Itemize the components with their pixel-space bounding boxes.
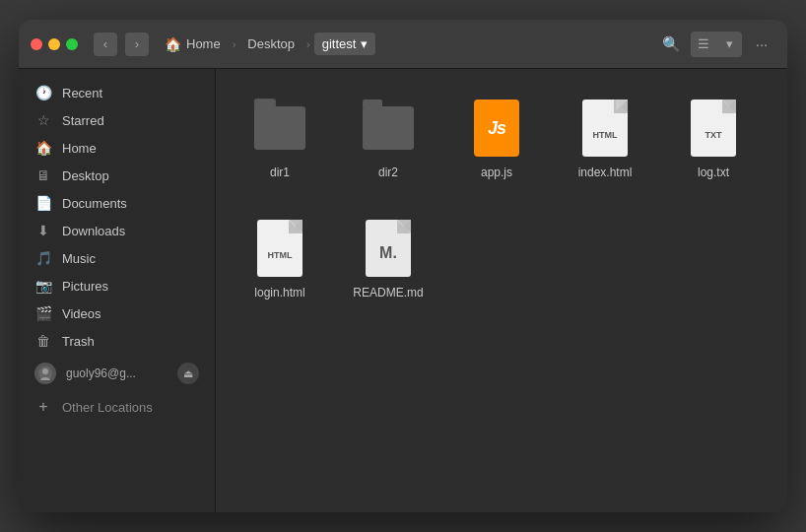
sidebar-label-music: Music (62, 251, 96, 266)
file-name: dir2 (378, 166, 398, 181)
list-view-button[interactable]: ☰ (691, 32, 716, 57)
home-sidebar-icon: 🏠 (34, 140, 52, 156)
txt-file-icon: TXT (686, 97, 741, 160)
file-name: log.txt (698, 166, 729, 181)
traffic-lights (31, 38, 78, 50)
toolbar-right: 🔍 ☰ ▾ ··· (657, 31, 775, 58)
file-ext-label: HTML (593, 130, 618, 140)
sidebar-label-documents: Documents (62, 196, 127, 211)
pictures-icon: 📷 (34, 278, 52, 294)
breadcrumb-dropdown-icon: ▾ (361, 36, 368, 51)
breadcrumb-desktop-label: Desktop (247, 36, 295, 51)
sidebar-label-desktop: Desktop (62, 168, 109, 183)
view-toggle: ☰ ▾ (691, 32, 742, 57)
folder-icon (361, 97, 416, 160)
sidebar: 🕐 Recent ☆ Starred 🏠 Home 🖥 Desktop 📄 Do… (19, 69, 216, 512)
sidebar-item-home[interactable]: 🏠 Home (19, 134, 215, 162)
breadcrumb-separator-2: › (306, 38, 310, 50)
breadcrumb-home[interactable]: 🏠 Home (157, 33, 229, 56)
breadcrumb-desktop[interactable]: Desktop (239, 33, 302, 55)
file-name: dir1 (270, 166, 290, 181)
more-options-button[interactable]: ··· (748, 31, 775, 58)
search-button[interactable]: 🔍 (657, 31, 685, 58)
documents-icon: 📄 (34, 195, 52, 211)
sidebar-label-recent: Recent (62, 86, 102, 100)
downloads-icon: ⬇ (34, 223, 52, 238)
breadcrumb-separator-1: › (233, 38, 236, 50)
nav-forward-button[interactable]: › (125, 33, 149, 56)
account-icon (34, 363, 56, 384)
sidebar-item-pictures[interactable]: 📷 Pictures (19, 272, 215, 299)
nav-back-button[interactable]: ‹ (94, 33, 117, 56)
sidebar-item-desktop[interactable]: 🖥 Desktop (19, 162, 215, 189)
file-area: dir1 dir2 Js (216, 69, 787, 512)
file-ext-label: TXT (705, 130, 722, 140)
sidebar-label-videos: Videos (62, 306, 101, 321)
file-manager-window: ‹ › 🏠 Home › Desktop › gittest ▾ 🔍 ☰ ▾ ·… (19, 20, 787, 512)
videos-icon: 🎬 (34, 305, 52, 321)
sidebar-item-documents[interactable]: 📄 Documents (19, 189, 215, 217)
folder-icon (252, 97, 307, 160)
file-ext-label: HTML (268, 250, 293, 260)
other-locations-label: Other Locations (62, 400, 153, 415)
account-email: guoly96@g... (66, 366, 136, 380)
breadcrumb-home-label: Home (186, 36, 221, 51)
sidebar-item-starred[interactable]: ☆ Starred (19, 106, 215, 134)
sidebar-label-trash: Trash (62, 334, 95, 349)
music-icon: 🎵 (34, 250, 52, 266)
file-name: app.js (481, 166, 512, 181)
trash-icon: 🗑 (34, 333, 52, 349)
sidebar-label-pictures: Pictures (62, 279, 108, 294)
eject-button[interactable]: ⏏ (177, 363, 199, 384)
sidebar-label-starred: Starred (62, 113, 104, 128)
breadcrumb-gittest-label: gittest (322, 36, 357, 51)
file-name: index.html (578, 166, 633, 181)
titlebar: ‹ › 🏠 Home › Desktop › gittest ▾ 🔍 ☰ ▾ ·… (19, 20, 787, 69)
account-section: guoly96@g... ⏏ (19, 355, 215, 392)
file-name: login.html (254, 286, 304, 301)
list-item[interactable]: HTML login.html (235, 209, 324, 309)
sidebar-item-downloads[interactable]: ⬇ Downloads (19, 217, 215, 244)
sidebar-label-downloads: Downloads (62, 224, 125, 238)
sidebar-item-videos[interactable]: 🎬 Videos (19, 299, 215, 327)
list-item[interactable]: dir2 (344, 89, 433, 189)
minimize-button[interactable] (48, 38, 60, 50)
sidebar-item-music[interactable]: 🎵 Music (19, 244, 215, 272)
view-dropdown-button[interactable]: ▾ (716, 32, 742, 57)
add-icon: + (34, 398, 52, 416)
js-file-icon: Js (469, 97, 524, 160)
close-button[interactable] (31, 38, 42, 50)
svg-point-1 (42, 368, 48, 374)
md-file-icon: M. (361, 217, 416, 280)
html-file-icon: HTML (577, 97, 633, 160)
breadcrumb: 🏠 Home › Desktop › gittest ▾ (157, 33, 649, 56)
file-name: README.md (353, 286, 423, 301)
sidebar-item-other-locations[interactable]: + Other Locations (19, 392, 215, 422)
content-area: 🕐 Recent ☆ Starred 🏠 Home 🖥 Desktop 📄 Do… (19, 69, 787, 512)
sidebar-item-recent[interactable]: 🕐 Recent (19, 79, 215, 106)
list-item[interactable]: Js app.js (452, 89, 541, 189)
recent-icon: 🕐 (34, 85, 52, 100)
breadcrumb-gittest[interactable]: gittest ▾ (314, 33, 376, 55)
list-item[interactable]: M. README.md (344, 209, 433, 309)
maximize-button[interactable] (66, 38, 78, 50)
starred-icon: ☆ (34, 112, 52, 128)
sidebar-label-home: Home (62, 141, 97, 156)
html-file-icon-2: HTML (252, 217, 307, 280)
file-grid: dir1 dir2 Js (235, 89, 768, 308)
list-item[interactable]: HTML index.html (561, 89, 649, 189)
sidebar-item-trash[interactable]: 🗑 Trash (19, 327, 215, 355)
desktop-icon: 🖥 (34, 167, 52, 183)
list-item[interactable]: TXT log.txt (669, 89, 758, 189)
home-icon: 🏠 (165, 36, 181, 52)
list-item[interactable]: dir1 (235, 89, 324, 189)
